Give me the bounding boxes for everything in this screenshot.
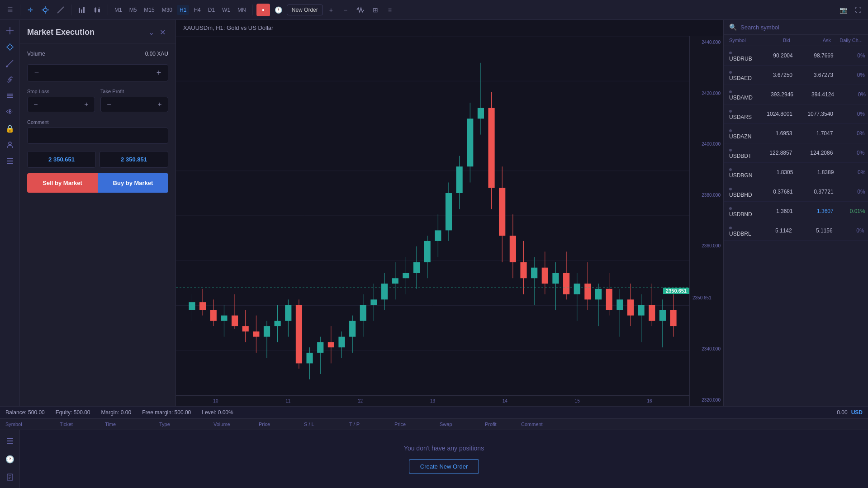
list-item[interactable]: USDAZN 1.6953 1.7047 0% [724, 124, 868, 143]
tf-m15[interactable]: M15 [141, 5, 157, 15]
y-label-7: 2320.000 [693, 398, 721, 403]
list-item[interactable]: USDAED 3.67250 3.67273 0% [724, 66, 868, 85]
symbol-dot [729, 207, 732, 210]
tf-m1[interactable]: M1 [112, 5, 125, 15]
list-item[interactable]: USDBRL 5.1142 5.1156 0% [724, 221, 868, 241]
expand-button[interactable]: ⌄ [146, 27, 157, 38]
volume-value: 0.00 XAU [145, 51, 168, 57]
sidebar-layers[interactable] [3, 89, 17, 103]
zoom-out-button[interactable]: − [339, 4, 352, 16]
list-icon [6, 437, 14, 445]
tf-m30[interactable]: M30 [159, 5, 175, 15]
comment-input[interactable] [27, 128, 168, 144]
sidebar-settings[interactable] [3, 154, 17, 168]
chart-container[interactable]: 2440.000 2420.000 2400.000 2380.000 2360… [176, 36, 723, 406]
list-item[interactable]: USDRUB 90.2004 98.7669 0% [724, 46, 868, 66]
toolbar-divider-1 [20, 5, 20, 15]
tf-d1[interactable]: D1 [205, 5, 218, 15]
tf-w1[interactable]: W1 [219, 5, 233, 15]
add-button[interactable]: + [325, 4, 337, 16]
svg-line-5 [57, 7, 64, 13]
list-item[interactable]: USDARS 1024.8001 1077.3540 0% [724, 104, 868, 124]
reports-icon[interactable] [3, 470, 17, 484]
sidebar-crosshair[interactable] [3, 24, 17, 38]
free-margin-label: Free margin: [142, 409, 173, 416]
bid-price-button[interactable]: 2 350.651 [27, 151, 96, 168]
new-order-button[interactable]: New Order [287, 5, 323, 15]
grid-button[interactable]: ⊞ [369, 4, 382, 16]
symbol-change: 0% [834, 189, 865, 195]
sl-decrease-button[interactable]: − [28, 97, 44, 112]
sidebar-eye[interactable]: 👁 [3, 105, 17, 119]
equity-label: Equity: [56, 409, 72, 416]
symbol-change: 0% [833, 150, 864, 156]
tf-m5[interactable]: M5 [127, 5, 140, 15]
close-button[interactable]: ✕ [157, 27, 168, 38]
history-icon[interactable]: 🕐 [3, 452, 17, 466]
list-item[interactable]: USDBHD 0.37681 0.37721 0% [724, 182, 868, 202]
list-item[interactable]: USDBGN 1.8305 1.8389 0% [724, 163, 868, 182]
symbol-bid: 90.2004 [752, 52, 793, 59]
sell-market-button[interactable]: Sell by Market [27, 173, 98, 193]
live-button[interactable]: ● [256, 4, 270, 16]
symbol-ask: 98.7669 [793, 52, 834, 59]
search-input[interactable] [740, 24, 863, 31]
y-label-4: 2360.000 [693, 243, 721, 248]
svg-rect-31 [7, 438, 13, 439]
free-margin-display: Free margin: 500.00 [142, 409, 191, 416]
chart-yaxis: 2440.000 2420.000 2400.000 2380.000 2360… [689, 36, 723, 406]
clock-icon-btn[interactable]: 🕐 [272, 4, 285, 16]
order-panel-header: Market Execution ⌄ ✕ [20, 20, 175, 43]
tp-increase-button[interactable]: + [152, 97, 168, 112]
list-item[interactable]: USDAMD 393.2946 394.4124 0% [724, 85, 868, 104]
svg-rect-24 [7, 94, 13, 95]
bottom-area: Balance: 500.00 Equity: 500.00 Margin: 0… [0, 406, 868, 488]
indicators-button[interactable] [38, 4, 52, 16]
menu-button[interactable]: ☰ [4, 4, 16, 16]
symbol-ask: 1.3607 [793, 208, 834, 214]
balance-label: Balance: [5, 409, 27, 416]
screenshot-button[interactable]: 📷 [837, 4, 850, 16]
symbol-ask: 1.8389 [793, 169, 834, 175]
col-symbol: Symbol [5, 422, 60, 427]
volume-increase-button[interactable]: + [150, 65, 168, 81]
left-bottom-sidebar: 🕐 [0, 430, 20, 488]
tp-decrease-button[interactable]: − [101, 97, 117, 112]
volume-decrease-button[interactable]: − [28, 65, 46, 81]
svg-rect-26 [7, 97, 13, 98]
list-item[interactable]: USDBDT 122.8857 124.2086 0% [724, 143, 868, 163]
sidebar-link[interactable] [3, 72, 17, 87]
candle-chart-button[interactable] [90, 4, 104, 16]
symbol-ask: 1.7047 [792, 130, 833, 137]
waveform-button[interactable] [354, 4, 367, 16]
sidebar-indicators[interactable] [3, 40, 17, 54]
line-tool-button[interactable] [54, 4, 67, 16]
positions-list-icon[interactable] [3, 434, 17, 448]
level-label: Level: [202, 409, 216, 416]
bar-chart-button[interactable] [75, 4, 89, 16]
sl-increase-button[interactable]: + [78, 97, 95, 112]
symbol-dot [729, 52, 732, 54]
right-panel: 🔍 Symbol Bid Ask Daily Ch... USDRUB 90.2… [723, 20, 868, 406]
crosshair-button[interactable]: ✛ [24, 4, 37, 16]
price-marker-container: 2350.651 [693, 294, 721, 301]
sidebar-lock[interactable]: 🔒 [3, 121, 17, 136]
order-panel-body: Volume 0.00 XAU − + Stop Loss − + [20, 43, 175, 200]
symbol-ask: 5.1156 [792, 227, 833, 234]
fullscreen-button[interactable]: ⛶ [852, 4, 864, 16]
list-item[interactable]: USDBND 1.3601 1.3607 0.01% [724, 202, 868, 221]
create-new-order-button[interactable]: Create New Order [409, 459, 479, 474]
tf-mn[interactable]: MN [235, 5, 249, 15]
symbol-ask: 3.67273 [792, 72, 833, 78]
sidebar-line-tool[interactable] [3, 56, 17, 71]
profit-value: 0.00 [837, 409, 847, 416]
list-button[interactable]: ≡ [384, 4, 396, 16]
symbol-bid: 1.3601 [752, 208, 793, 214]
tf-h4[interactable]: H4 [191, 5, 203, 15]
tf-h1[interactable]: H1 [177, 5, 189, 15]
ask-price-button[interactable]: 2 350.851 [100, 151, 168, 168]
buy-market-button[interactable]: Buy by Market [98, 173, 168, 193]
sidebar-user[interactable] [3, 137, 17, 152]
take-profit-group: Take Profit − + [100, 89, 168, 112]
symbol-change: 0% [833, 130, 864, 137]
